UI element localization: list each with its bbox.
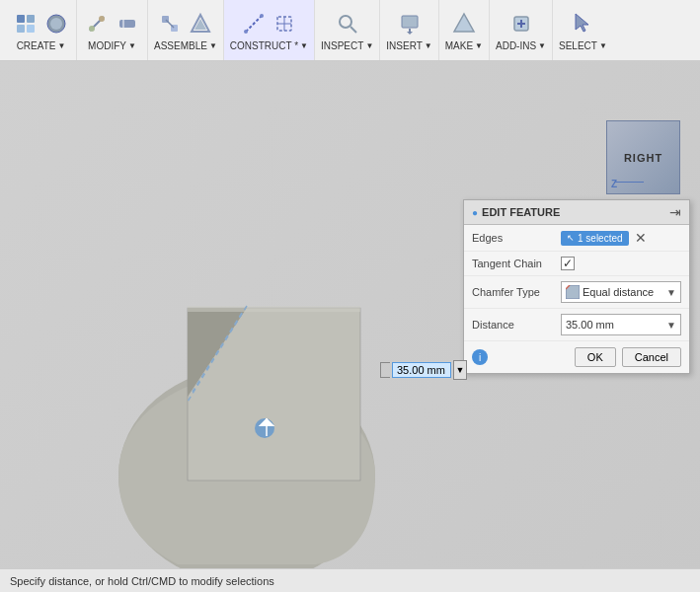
construct-label: CONSTRUCT *▼: [230, 40, 308, 51]
tangent-chain-control: ✓: [561, 257, 681, 270]
assemble-icon2: [187, 10, 214, 37]
select-icon: [569, 10, 596, 37]
view-cube-label: RIGHT: [624, 152, 662, 164]
make-icon: [450, 10, 478, 37]
edges-clear-button[interactable]: ✕: [633, 230, 649, 246]
modify-label: MODIFY▼: [88, 40, 136, 51]
svg-rect-1: [27, 15, 35, 23]
chamfer-type-arrow-icon: ▼: [666, 287, 676, 298]
toolbar-group-addins[interactable]: ADD-INS▼: [490, 0, 553, 60]
construct-icon: [240, 10, 268, 37]
toolbar-group-create[interactable]: CREATE▼: [6, 0, 77, 60]
svg-point-17: [260, 14, 264, 18]
svg-rect-23: [402, 16, 418, 28]
edges-label: Edges: [472, 232, 561, 244]
checkmark-icon: ✓: [563, 257, 573, 270]
insert-label: INSERT▼: [386, 40, 431, 51]
svg-point-5: [50, 18, 62, 30]
toolbar-group-inspect[interactable]: INSPECT▼: [315, 0, 380, 60]
chamfer-type-value: Equal distance: [583, 286, 654, 298]
panel-expand-button[interactable]: ⇥: [669, 204, 681, 220]
cursor-icon: ↖: [567, 233, 575, 243]
svg-line-22: [350, 27, 356, 33]
dimension-dropdown[interactable]: ▼: [453, 360, 467, 380]
panel-title: ● EDIT FEATURE: [472, 206, 560, 218]
svg-line-15: [246, 16, 262, 32]
toolbar-group-insert[interactable]: INSERT▼: [380, 0, 438, 60]
cancel-button[interactable]: Cancel: [622, 347, 681, 367]
svg-marker-26: [454, 14, 474, 32]
view-cube-z-axis: Z: [611, 179, 617, 189]
tangent-chain-label: Tangent Chain: [472, 258, 561, 269]
svg-point-6: [89, 26, 95, 32]
viewport-area: RIGHT Z ● EDIT FEATURE ⇥ Edges ↖ 1 selec…: [0, 61, 700, 592]
select-label: SELECT▼: [559, 40, 607, 51]
svg-point-21: [340, 16, 351, 28]
addins-icon: [507, 10, 535, 37]
edit-feature-panel: ● EDIT FEATURE ⇥ Edges ↖ 1 selected ✕ Ta…: [463, 199, 690, 374]
view-cube-right-face[interactable]: RIGHT: [606, 120, 680, 194]
distance-control: 35.00 mm ▼: [561, 314, 681, 335]
panel-pin-icon: ●: [472, 207, 478, 218]
status-bar: Specify distance, or hold Ctrl/CMD to mo…: [0, 568, 700, 592]
make-label: MAKE▼: [445, 40, 483, 51]
toolbar-group-make[interactable]: MAKE▼: [439, 0, 490, 60]
toolbar-group-construct[interactable]: CONSTRUCT *▼: [224, 0, 315, 60]
svg-rect-0: [17, 15, 25, 23]
svg-point-16: [244, 30, 248, 34]
dimension-input[interactable]: [392, 362, 451, 378]
create-icon: [12, 10, 39, 37]
ok-button[interactable]: OK: [575, 347, 616, 367]
info-icon[interactable]: i: [472, 349, 488, 365]
distance-arrow-icon: ▼: [666, 320, 676, 331]
tangent-chain-row: Tangent Chain ✓: [464, 252, 689, 276]
modify-icon2: [114, 10, 141, 37]
assemble-icon: [156, 10, 184, 37]
edges-control: ↖ 1 selected ✕: [561, 230, 681, 246]
svg-marker-30: [576, 14, 588, 32]
distance-row: Distance 35.00 mm ▼: [464, 309, 689, 341]
svg-rect-2: [17, 25, 25, 33]
view-cube-z-line: [614, 182, 644, 183]
panel-buttons: i OK Cancel: [464, 341, 689, 373]
edges-selected-badge[interactable]: ↖ 1 selected: [561, 231, 629, 246]
dim-line: [380, 362, 390, 378]
status-message: Specify distance, or hold Ctrl/CMD to mo…: [10, 575, 274, 587]
svg-rect-34: [188, 306, 360, 312]
svg-point-7: [99, 16, 105, 22]
assemble-label: ASSEMBLE▼: [154, 40, 217, 51]
tangent-chain-checkbox[interactable]: ✓: [561, 257, 575, 270]
toolbar-group-modify[interactable]: MODIFY▼: [77, 0, 148, 60]
addins-label: ADD-INS▼: [496, 40, 546, 51]
toolbar: CREATE▼ MODIFY▼ ASSEMBLE▼: [0, 0, 700, 61]
chamfer-type-row: Chamfer Type Equal distance ▼: [464, 276, 689, 309]
distance-value: 35.00 mm: [566, 319, 614, 331]
svg-marker-25: [407, 32, 413, 35]
toolbar-group-select[interactable]: SELECT▼: [553, 0, 613, 60]
chamfer-type-icon: [566, 285, 580, 299]
edges-row: Edges ↖ 1 selected ✕: [464, 225, 689, 252]
view-cube[interactable]: RIGHT Z: [606, 120, 680, 194]
chamfer-type-dropdown[interactable]: Equal distance ▼: [561, 281, 681, 303]
panel-titlebar: ● EDIT FEATURE ⇥: [464, 200, 689, 225]
chamfer-type-control: Equal distance ▼: [561, 281, 681, 303]
construct-icon2: [271, 10, 298, 37]
svg-rect-8: [119, 20, 135, 28]
distance-dropdown[interactable]: 35.00 mm ▼: [561, 314, 681, 335]
insert-icon: [396, 10, 424, 37]
dimension-label: ▼: [380, 360, 467, 380]
distance-label: Distance: [472, 319, 561, 331]
solid-icon: [42, 10, 70, 37]
toolbar-group-assemble[interactable]: ASSEMBLE▼: [148, 0, 224, 60]
create-label: CREATE▼: [17, 40, 66, 51]
svg-rect-3: [27, 25, 35, 33]
inspect-label: INSPECT▼: [321, 40, 373, 51]
chamfer-type-label: Chamfer Type: [472, 286, 561, 298]
inspect-icon: [334, 10, 361, 37]
svg-line-12: [166, 20, 174, 28]
modify-icon: [83, 10, 111, 37]
